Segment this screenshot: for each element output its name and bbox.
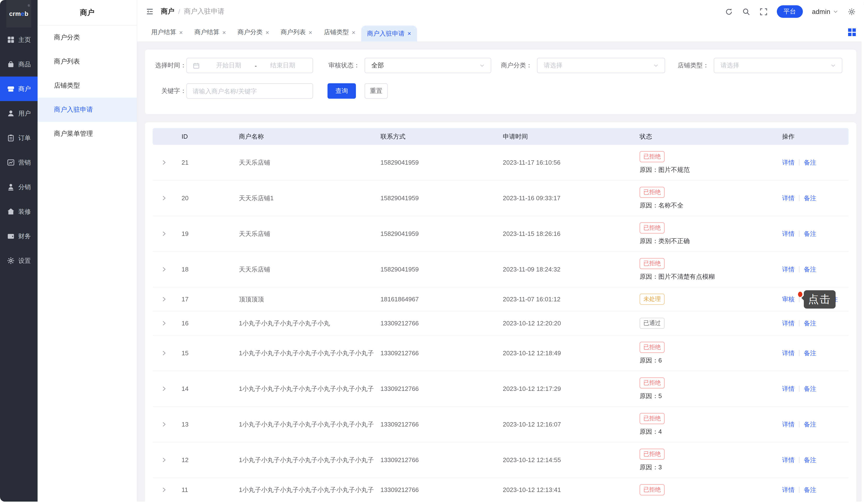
close-icon[interactable]: ×	[407, 30, 411, 37]
sidebar-item-settings[interactable]: 设置	[0, 248, 38, 273]
row-action-link[interactable]: 备注	[804, 349, 816, 357]
date-range-picker[interactable]: 开始日期 - 结束日期	[187, 58, 313, 73]
row-action-link[interactable]: 备注	[804, 319, 816, 328]
sidebar-item-merchant-list[interactable]: 商户列表	[38, 50, 137, 74]
status-badge: 已拒绝	[639, 222, 664, 233]
refresh-icon[interactable]	[725, 8, 733, 16]
merchant-category-select[interactable]: 请选择	[537, 58, 665, 73]
row-expand-icon[interactable]	[153, 320, 182, 327]
tab-shop-type[interactable]: 店铺类型×	[318, 23, 361, 41]
gear-icon[interactable]	[848, 8, 856, 16]
table-row: 11 1小丸子小丸子小丸子小丸子小丸子小丸子小丸子 13309212766 20…	[153, 478, 849, 502]
row-expand-icon[interactable]	[153, 385, 182, 392]
action-divider	[799, 457, 800, 463]
breadcrumb-separator: /	[178, 8, 180, 15]
row-action-link[interactable]: 备注	[804, 229, 816, 238]
breadcrumb-section[interactable]: 商户	[161, 7, 174, 16]
row-expand-icon[interactable]	[153, 487, 182, 493]
search-icon[interactable]	[742, 8, 750, 16]
row-action-link[interactable]: 备注	[804, 265, 816, 274]
close-icon[interactable]: ×	[309, 29, 312, 35]
header-apply-time: 申请时间	[503, 132, 639, 141]
row-expand-icon[interactable]	[153, 266, 182, 272]
row-expand-icon[interactable]	[153, 296, 182, 302]
sidebar-item-merchant-category[interactable]: 商户分类	[38, 25, 137, 50]
row-expand-icon[interactable]	[153, 231, 182, 237]
row-action-link[interactable]: 备注	[804, 194, 816, 202]
row-action-link[interactable]: 备注	[804, 485, 816, 494]
row-action-link[interactable]: 审核	[782, 295, 795, 304]
start-date-input[interactable]: 开始日期	[204, 61, 254, 70]
row-contact: 15829041959	[381, 159, 503, 166]
shop-type-label: 店铺类型：	[677, 61, 709, 70]
search-button[interactable]: 查询	[327, 83, 356, 99]
sidebar-item-merchant-menu[interactable]: 商户菜单管理	[38, 122, 137, 146]
row-merchant-name: 1小丸子小丸子小丸子小丸子小丸子小丸子小丸子	[239, 485, 381, 494]
row-action-link[interactable]: 详情	[782, 456, 795, 464]
username: admin	[812, 8, 830, 15]
row-action-link[interactable]: 备注	[804, 420, 816, 429]
row-action-link[interactable]: 详情	[782, 349, 795, 357]
status-badge: 已通过	[639, 318, 664, 329]
shop-type-select[interactable]: 请选择	[714, 58, 842, 73]
end-date-input[interactable]: 结束日期	[258, 61, 308, 70]
tab-merchant-category[interactable]: 商户分类×	[232, 23, 275, 41]
sidebar-item-distribution[interactable]: 分销	[0, 175, 38, 199]
row-id: 12	[182, 456, 239, 464]
sidebar-item-user[interactable]: 用户	[0, 101, 38, 126]
close-icon[interactable]: ×	[222, 29, 226, 35]
row-action-link[interactable]: 详情	[782, 384, 795, 393]
row-action-link[interactable]: 详情	[782, 229, 795, 238]
sidebar-item-finance[interactable]: 财务	[0, 224, 38, 248]
table-row: 12 1小丸子小丸子小丸子小丸子小丸子小丸子小丸子 13309212766 20…	[153, 442, 849, 478]
keyword-input[interactable]	[187, 83, 313, 99]
sidebar-item-order[interactable]: 订单	[0, 126, 38, 150]
action-divider	[799, 266, 800, 272]
fullscreen-icon[interactable]	[759, 8, 768, 16]
table-row: 15 1小丸子小丸子小丸子小丸子小丸子小丸子小丸子 13309212766 20…	[153, 335, 849, 371]
row-apply-time: 2023-10-12 12:17:29	[503, 385, 639, 392]
row-contact: 13309212766	[381, 385, 503, 392]
close-icon[interactable]: ×	[352, 29, 356, 35]
sidebar-item-decoration[interactable]: 装修	[0, 199, 38, 224]
row-action-link[interactable]: 详情	[782, 485, 795, 494]
sidebar-item-shop-type[interactable]: 店铺类型	[38, 74, 137, 98]
user-menu[interactable]: admin	[812, 8, 839, 15]
reset-button[interactable]: 重置	[364, 83, 388, 99]
row-id: 19	[182, 230, 239, 237]
sidebar-item-home[interactable]: 主页	[0, 27, 38, 52]
tab-merchant-settlement[interactable]: 商户结算×	[189, 23, 232, 41]
row-action-link[interactable]: 详情	[782, 158, 795, 167]
sidebar-item-merchant-apply[interactable]: 商户入驻申请	[38, 98, 137, 122]
row-expand-icon[interactable]	[153, 350, 182, 356]
row-action-link[interactable]: 备注	[804, 384, 816, 393]
row-action-link[interactable]: 备注	[804, 158, 816, 167]
tab-user-settlement[interactable]: 用户结算×	[145, 23, 189, 41]
row-status: 已拒绝	[639, 484, 782, 495]
tab-merchant-apply[interactable]: 商户入驻申请×	[361, 25, 417, 41]
row-expand-icon[interactable]	[153, 421, 182, 428]
row-action-link[interactable]: 详情	[782, 420, 795, 429]
row-merchant-name: 1小丸子小丸子小丸子小丸子小丸子小丸子小丸子	[239, 349, 381, 357]
platform-button[interactable]: 平台	[777, 5, 803, 18]
app-logo[interactable]: crmeb ®	[6, 0, 31, 27]
sidebar-item-merchant[interactable]: 商户	[0, 76, 38, 101]
status-reason: 原因：4	[639, 427, 662, 436]
row-action-link[interactable]: 详情	[782, 319, 795, 328]
row-expand-icon[interactable]	[153, 457, 182, 463]
row-expand-icon[interactable]	[153, 195, 182, 201]
audit-status-select[interactable]: 全部	[364, 58, 491, 73]
grid-view-icon[interactable]	[848, 28, 856, 36]
decoration-icon	[7, 208, 15, 216]
tab-merchant-list[interactable]: 商户列表×	[275, 23, 318, 41]
sidebar-item-goods[interactable]: 商品	[0, 52, 38, 76]
collapse-menu-icon[interactable]	[145, 7, 154, 16]
close-icon[interactable]: ×	[265, 29, 269, 35]
close-icon[interactable]: ×	[179, 29, 183, 35]
scrollbar-track[interactable]	[862, 41, 864, 502]
sidebar-item-marketing[interactable]: 营销	[0, 150, 38, 175]
row-expand-icon[interactable]	[153, 159, 182, 165]
row-action-link[interactable]: 详情	[782, 194, 795, 202]
row-action-link[interactable]: 详情	[782, 265, 795, 274]
row-action-link[interactable]: 备注	[804, 456, 816, 464]
